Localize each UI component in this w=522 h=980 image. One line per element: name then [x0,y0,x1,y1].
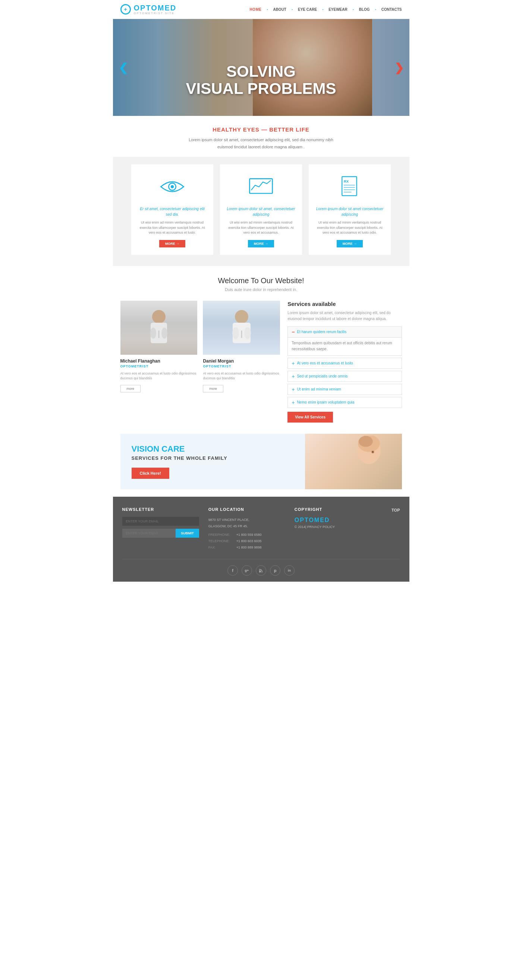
click-here-button[interactable]: Click Here! [132,468,169,479]
svg-point-15 [235,310,248,323]
doctor-name-1: Michael Flanaghan [120,358,198,364]
social-linkedin-icon[interactable]: in [284,565,295,576]
chart-icon [248,177,274,197]
nav-dot-2: ● [292,8,293,10]
feature-text-3: Ut wisi enim ad minim venlamquis nostrud… [314,220,385,235]
nav-dot-4: ● [353,8,354,10]
footer-social: f g+ p in [122,559,400,576]
service-expanded-text: Temporibus autem quibusdam et aut offici… [287,337,402,356]
view-all-services-button[interactable]: View All Services [287,412,333,423]
social-pinterest-icon[interactable]: p [270,565,280,576]
newsletter-email-input-2[interactable] [122,529,176,538]
service-item-4[interactable]: + Nemo enim ipsam voluptatem quia [287,397,402,408]
fax-value: +1 800 889 9898 [236,544,262,551]
nav-blog[interactable]: BLOG [359,8,370,11]
nav-eye-care[interactable]: EYE CARE [298,8,317,11]
vision-care-content: VISION CARE SERVICES FOR THE WHOLE FAMIL… [132,444,391,479]
feature-card-2: Lorem ipsum dolor sit amet, consectetuer… [220,164,302,255]
intro-text: Lorem ipsum dolor sit amet, consectetuer… [187,136,335,150]
doctor-card-1: Michael Flanaghan OPTOMETRIST At vero eo… [120,301,198,423]
svg-point-19 [244,327,251,339]
social-google-icon[interactable]: g+ [242,565,252,576]
service-label-1: At vero eos et accusamus et lusto [297,361,353,365]
header: + OPTOMED OPTOMETRIST SITE HOME ● ABOUT … [113,0,409,19]
doctor-more-button-1[interactable]: more [120,385,141,392]
service-item-expanded[interactable]: − Et harum quidem rerum facilis [287,326,402,337]
newsletter-submit-button[interactable]: SUBMIT [176,529,199,538]
hero-prev-button[interactable]: ❮ [118,61,128,74]
telephone-value: +1 800 603 6035 [236,538,262,544]
doctor-text-1: At vero eos et accusamus et lusto odio d… [120,371,198,381]
plus-icon-2: + [292,373,295,379]
svg-point-10 [152,310,166,323]
welcome-heading: Welcome To Our Website! [124,277,398,285]
feature-more-button-2[interactable]: MORE → [248,240,275,247]
hero-text-block: SOLVING VISUAL PROBLEMS [186,63,336,97]
service-label-2: Sed ut perspiciatis unde omnis [297,374,348,378]
svg-point-18 [232,327,239,339]
svg-point-25 [259,571,260,572]
nav-contacts[interactable]: CONTACTS [382,8,402,11]
newsletter-email-input-1[interactable] [122,517,199,526]
service-label-4: Nemo enim ipsam voluptatem quia [297,400,354,404]
svg-text:RX: RX [344,179,349,183]
welcome-subtext: Duis aute irure dolor in reprehenderit i… [124,287,398,292]
social-rss-icon[interactable] [256,565,266,576]
footer-newsletter-col: NEWSLETTER SUBMIT [122,507,199,538]
feature-text-2: Ut wisi enim ad minim venlamquis nostrud… [225,220,297,235]
service-item-3[interactable]: + Ut enim ad minima veniam [287,384,402,395]
team-services-section: Michael Flanaghan OPTOMETRIST At vero eo… [113,297,409,434]
feature-more-button-3[interactable]: MORE → [337,240,363,247]
feature-icon-3: RX [335,172,365,202]
footer-location-title: OUR LOCATION [208,507,285,512]
nav-dot-5: ● [375,8,376,10]
service-item-2[interactable]: + Sed ut perspiciatis unde omnis [287,371,402,382]
hero-section: ❮ ❯ SOLVING VISUAL PROBLEMS [113,19,409,116]
hero-headline-line1: SOLVING [186,63,336,80]
feature-title-1: Er sit amet, consectetuer adipiscing eli… [137,206,208,217]
doctor-role-2: OPTOMETRIST [203,364,280,368]
doctor-card-2: Daniel Morgan OPTOMETRIST At vero eos et… [203,301,280,423]
fax-row: FAX: +1 800 889 9898 [208,544,285,551]
hero-next-button[interactable]: ❯ [394,61,404,74]
welcome-section: Welcome To Our Website! Duis aute irure … [113,266,409,297]
footer-grid: NEWSLETTER SUBMIT OUR LOCATION 9870 ST V… [122,507,400,551]
footer-copyright-col: COPYRIGHT OPTOMED © 2014| PRIVACY POLICY [295,507,359,529]
logo-subtitle: OPTOMETRIST SITE [134,11,177,15]
svg-point-14 [161,328,168,339]
feature-text-1: Ut wisi enim ad minim venlamquis nostrud… [137,220,208,235]
telephone-row: TELEPHONE: +1 800 603 6035 [208,538,285,544]
doctor-name-2: Daniel Morgan [203,358,280,364]
logo-text: OPTOMED [134,4,177,12]
telephone-label: TELEPHONE: [208,538,235,544]
plus-icon-3: + [292,387,295,392]
freephone-row: FREEPHONE: +1 800 559 6580 [208,532,285,538]
service-item-1[interactable]: + At vero eos et accusamus et lusto [287,358,402,369]
feature-title-2: Lorem ipsum dolor sit amet, consectetuer… [225,206,297,217]
nav-about[interactable]: ABOUT [273,8,286,11]
doctor-text-2: At vero eos et accusamus et lusto odio d… [203,371,280,381]
hero-headline-line2: VISUAL PROBLEMS [186,80,336,97]
footer-newsletter-title: NEWSLETTER [122,507,199,512]
nav-eyewear[interactable]: EYEWEAR [329,8,348,11]
rx-icon: RX [340,175,360,199]
top-link[interactable]: TOP [391,508,400,512]
feature-title-3: Lorem ipsum dolor sit amet consectetuer … [314,206,385,217]
logo-brand: OPTOMED OPTOMETRIST SITE [134,4,177,15]
freephone-value: +1 800 559 6580 [236,532,262,538]
team-section: Michael Flanaghan OPTOMETRIST At vero eo… [120,301,280,423]
nav-home[interactable]: HOME [249,8,261,11]
vision-care-banner: VISION CARE SERVICES FOR THE WHOLE FAMIL… [120,434,402,489]
main-nav: HOME ● ABOUT ● EYE CARE ● EYEWEAR ● BLOG… [249,8,402,11]
feature-icon-1 [157,172,187,202]
social-facebook-icon[interactable]: f [227,565,238,576]
feature-card-3: RX Lorem ipsum dolor sit amet consectetu… [309,164,391,255]
doctor-more-button-2[interactable]: more [203,385,223,392]
address-line-1: 9870 ST VINCENT PLACE, [208,517,285,523]
footer-copyright-title: COPYRIGHT [295,507,359,512]
services-section: Services available Lorem ipsum dolor sit… [287,301,402,423]
nav-dot-1: ● [267,8,268,10]
intro-section: HEALTHY EYES — BETTER LIFE Lorem ipsum d… [113,116,409,157]
footer: NEWSLETTER SUBMIT OUR LOCATION 9870 ST V… [113,497,409,582]
feature-more-button-1[interactable]: MORE → [159,240,186,247]
